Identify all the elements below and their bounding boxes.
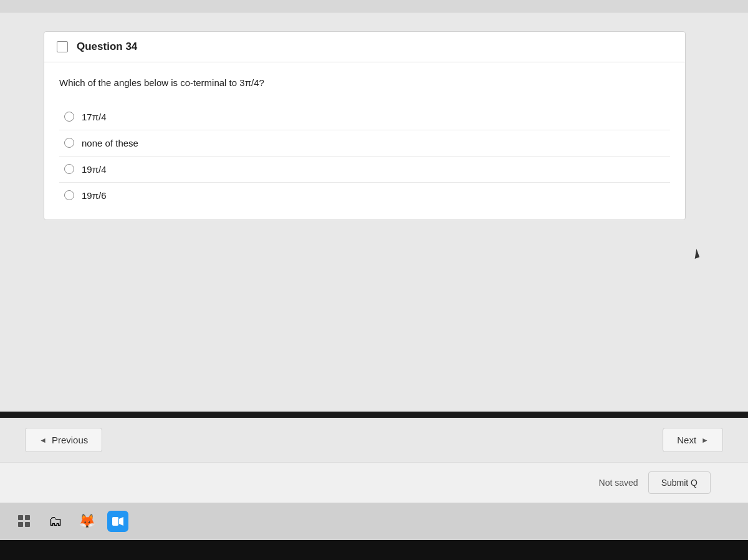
question-checkbox[interactable] xyxy=(57,41,68,52)
answer-text-4: 19π/6 xyxy=(82,190,107,201)
answer-text-1: 17π/4 xyxy=(82,112,107,122)
not-saved-status: Not saved xyxy=(599,478,638,488)
status-bar: Not saved Submit Q xyxy=(0,462,748,503)
apps-icon-button[interactable] xyxy=(12,509,36,533)
radio-option-3[interactable] xyxy=(64,164,74,174)
question-title: Question 34 xyxy=(77,41,137,53)
question-body: Which of the angles below is co-terminal… xyxy=(44,62,685,220)
zoom-icon xyxy=(107,511,128,532)
apps-grid-icon xyxy=(18,515,31,528)
answer-option-1[interactable]: 17π/4 xyxy=(59,104,670,130)
main-content: Question 34 Which of the angles below is… xyxy=(0,12,748,412)
files-button[interactable]: 🗂 xyxy=(44,509,67,533)
zoom-button[interactable] xyxy=(106,509,130,533)
cursor-pointer xyxy=(692,249,699,259)
taskbar: 🗂 🦊 xyxy=(0,503,748,540)
svg-marker-1 xyxy=(119,517,123,526)
top-strip xyxy=(0,0,748,12)
dark-bottom-area xyxy=(0,540,748,560)
navigation-bar: Previous Next xyxy=(0,418,748,462)
answer-option-2[interactable]: none of these xyxy=(59,130,670,157)
question-header: Question 34 xyxy=(44,32,685,62)
question-text: Which of the angles below is co-terminal… xyxy=(59,76,670,90)
previous-button[interactable]: Previous xyxy=(25,428,102,452)
next-button[interactable]: Next xyxy=(663,428,723,452)
radio-option-2[interactable] xyxy=(64,138,74,148)
firefox-button[interactable]: 🦊 xyxy=(75,509,98,533)
answer-option-4[interactable]: 19π/6 xyxy=(59,183,670,208)
question-card: Question 34 Which of the angles below is… xyxy=(44,31,686,220)
radio-option-1[interactable] xyxy=(64,112,74,122)
files-icon: 🗂 xyxy=(49,513,62,529)
answer-text-2: none of these xyxy=(82,138,138,148)
answer-text-3: 19π/4 xyxy=(82,164,107,175)
svg-rect-0 xyxy=(112,517,118,526)
firefox-icon: 🦊 xyxy=(79,513,95,529)
submit-button[interactable]: Submit Q xyxy=(648,471,711,494)
radio-option-4[interactable] xyxy=(64,190,74,200)
answer-option-3[interactable]: 19π/4 xyxy=(59,157,670,183)
